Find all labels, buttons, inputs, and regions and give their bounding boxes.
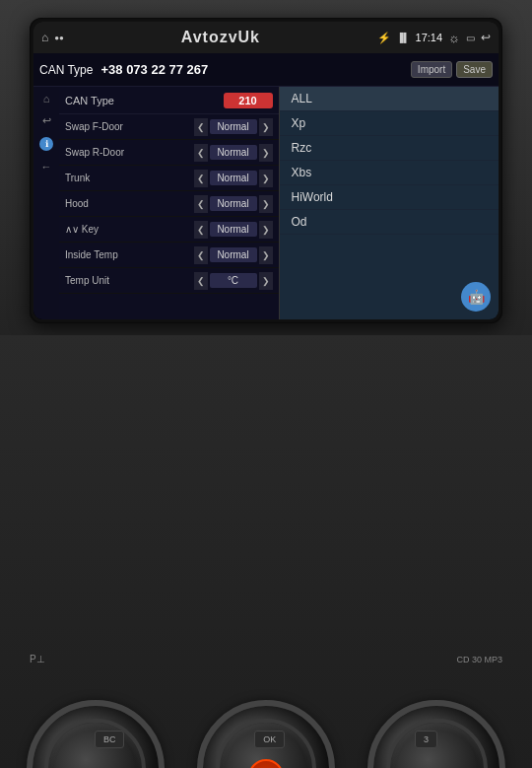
home-icon[interactable]: ⌂ bbox=[41, 31, 48, 44]
trunk-left-btn[interactable]: ❮ bbox=[194, 170, 208, 187]
main-content: ⌂ ↩ ℹ ← CAN Type 210 Swap F-Door ❮ Norma… bbox=[33, 87, 499, 319]
av-key-control: ❮ Normal ❯ bbox=[194, 221, 273, 239]
can-type-row: CAN Type 210 bbox=[59, 87, 279, 114]
swap-fdoor-left-btn[interactable]: ❮ bbox=[194, 118, 208, 136]
bc-button[interactable]: BC bbox=[95, 731, 125, 748]
sidebar-home-icon[interactable]: ⌂ bbox=[43, 93, 50, 105]
av-key-left-btn[interactable]: ❮ bbox=[194, 221, 208, 239]
hood-control: ❮ Normal ❯ bbox=[194, 195, 273, 213]
sidebar-info-icon[interactable]: ℹ bbox=[39, 137, 53, 151]
temp-unit-left-btn[interactable]: ❮ bbox=[194, 272, 208, 290]
inside-temp-right-btn[interactable]: ❯ bbox=[259, 246, 273, 264]
inside-temp-left-btn[interactable]: ❮ bbox=[194, 246, 208, 264]
hood-label: Hood bbox=[65, 198, 194, 209]
dropdown-item-rzc[interactable]: Rzc bbox=[280, 136, 499, 161]
screen: ⌂ ●● AvtozvUk ⚡ ▐▌ 17:14 ☼ ▭ ↩ CAN Type … bbox=[33, 22, 499, 319]
dropdown-item-hiworld[interactable]: HiWorld bbox=[280, 185, 499, 210]
swap-rdoor-left-btn[interactable]: ❮ bbox=[194, 144, 208, 162]
av-key-label: ∧∨ Key bbox=[65, 224, 194, 235]
trunk-right-btn[interactable]: ❯ bbox=[259, 170, 273, 187]
temp-unit-row: Temp Unit ❮ °C ❯ bbox=[59, 268, 279, 294]
trunk-label: Trunk bbox=[65, 173, 194, 183]
signal-icon: ▐▌ bbox=[397, 33, 410, 42]
hood-right-btn[interactable]: ❯ bbox=[259, 195, 273, 213]
save-button[interactable]: Save bbox=[456, 61, 493, 78]
swap-rdoor-row: Swap R-Door ❮ Normal ❯ bbox=[59, 140, 279, 166]
left-sidebar: ⌂ ↩ ℹ ← bbox=[33, 87, 59, 319]
screen-icon[interactable]: ▭ bbox=[466, 33, 475, 43]
robot-icon[interactable]: 🤖 bbox=[461, 282, 491, 312]
btn3-button[interactable]: 3 bbox=[415, 731, 437, 748]
av-key-row: ∧∨ Key ❮ Normal ❯ bbox=[59, 217, 279, 243]
temp-unit-label: Temp Unit bbox=[65, 275, 194, 286]
dropdown-item-od[interactable]: Od bbox=[280, 210, 499, 235]
import-button[interactable]: Import bbox=[411, 61, 452, 78]
settings-panel: CAN Type 210 Swap F-Door ❮ Normal ❯ Swap… bbox=[59, 87, 279, 319]
back-icon[interactable]: ↩ bbox=[481, 31, 491, 44]
av-key-value: Normal bbox=[210, 222, 257, 237]
car-interior-bottom: △ P⊥ CD 30 MP3 BC OK 3 bbox=[0, 335, 532, 768]
screen-bezel: ⌂ ●● AvtozvUk ⚡ ▐▌ 17:14 ☼ ▭ ↩ CAN Type … bbox=[30, 18, 502, 323]
phone-number: +38 073 22 77 267 bbox=[100, 62, 410, 77]
trunk-row: Trunk ❮ Normal ❯ bbox=[59, 166, 279, 191]
hazard-button[interactable]: △ bbox=[248, 759, 284, 768]
app-title: AvtozvUk bbox=[70, 29, 371, 46]
menu-dots-icon[interactable]: ●● bbox=[54, 34, 64, 42]
hood-left-btn[interactable]: ❮ bbox=[194, 195, 208, 213]
inside-temp-row: Inside Temp ❮ Normal ❯ bbox=[59, 243, 279, 268]
bluetooth-icon: ⚡ bbox=[377, 32, 391, 44]
cd-label: CD 30 MP3 bbox=[456, 655, 502, 664]
dropdown-panel: ALL Xp Rzc Xbs HiWorld Od 🤖 bbox=[280, 87, 499, 319]
temp-unit-right-btn[interactable]: ❯ bbox=[259, 272, 273, 290]
robot-icon-area: 🤖 bbox=[280, 274, 499, 319]
dropdown-item-all[interactable]: ALL bbox=[280, 87, 499, 111]
trunk-value: Normal bbox=[210, 171, 257, 185]
can-type-label: CAN Type bbox=[65, 95, 224, 106]
swap-fdoor-row: Swap F-Door ❮ Normal ❯ bbox=[59, 114, 279, 140]
hood-value: Normal bbox=[210, 196, 257, 211]
trunk-control: ❮ Normal ❯ bbox=[194, 170, 273, 187]
swap-rdoor-value: Normal bbox=[210, 145, 257, 160]
swap-rdoor-control: ❮ Normal ❯ bbox=[194, 144, 273, 162]
p-label: P⊥ bbox=[30, 654, 45, 664]
time-display: 17:14 bbox=[416, 32, 443, 43]
hood-row: Hood ❮ Normal ❯ bbox=[59, 191, 279, 217]
can-type-value: 210 bbox=[224, 93, 273, 108]
swap-fdoor-value: Normal bbox=[210, 119, 257, 134]
ok-button[interactable]: OK bbox=[254, 731, 285, 748]
bottom-controls: BC OK 3 bbox=[0, 731, 532, 748]
temp-unit-value: °C bbox=[210, 273, 257, 288]
dropdown-item-xp[interactable]: Xp bbox=[280, 111, 499, 136]
swap-fdoor-label: Swap F-Door bbox=[65, 121, 194, 132]
center-console: △ bbox=[217, 670, 315, 768]
inside-temp-control: ❮ Normal ❯ bbox=[194, 246, 273, 264]
sidebar-left-icon[interactable]: ← bbox=[41, 161, 52, 173]
inside-temp-label: Inside Temp bbox=[65, 249, 194, 260]
swap-rdoor-right-btn[interactable]: ❯ bbox=[259, 144, 273, 162]
inside-temp-value: Normal bbox=[210, 247, 257, 262]
brightness-icon[interactable]: ☼ bbox=[448, 31, 460, 45]
sidebar-back-icon[interactable]: ↩ bbox=[42, 114, 51, 127]
swap-rdoor-label: Swap R-Door bbox=[65, 147, 194, 158]
can-type-header: CAN Type +38 073 22 77 267 Import Save bbox=[33, 53, 499, 87]
temp-unit-control: ❮ °C ❯ bbox=[194, 272, 273, 290]
dropdown-item-xbs[interactable]: Xbs bbox=[280, 161, 499, 185]
swap-fdoor-control: ❮ Normal ❯ bbox=[194, 118, 273, 136]
swap-fdoor-right-btn[interactable]: ❯ bbox=[259, 118, 273, 136]
can-type-header-label: CAN Type bbox=[39, 63, 93, 77]
av-key-right-btn[interactable]: ❯ bbox=[259, 221, 273, 239]
status-bar: ⌂ ●● AvtozvUk ⚡ ▐▌ 17:14 ☼ ▭ ↩ bbox=[33, 22, 499, 53]
